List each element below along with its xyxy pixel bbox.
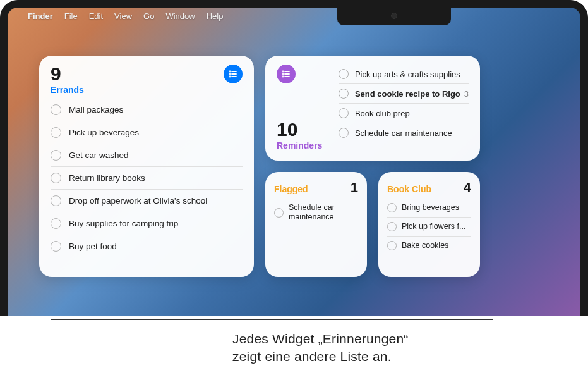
reminders-label: Reminders xyxy=(277,140,339,151)
list-item[interactable]: Mail packages xyxy=(51,99,243,121)
radio-icon[interactable] xyxy=(339,128,349,138)
list-item[interactable]: Get car washed xyxy=(51,144,243,166)
callout-bracket xyxy=(272,319,272,328)
flagged-list: Schedule car maintenance xyxy=(274,199,358,226)
menubar-app[interactable]: Finder xyxy=(28,11,53,21)
caption-line: zeigt eine andere Liste an. xyxy=(232,348,409,366)
errands-label: Errands xyxy=(51,85,84,95)
radio-icon[interactable] xyxy=(51,241,61,252)
widget-header: 9 Errands xyxy=(51,65,243,95)
item-count-badge: 3 xyxy=(464,89,469,99)
radio-icon[interactable] xyxy=(339,69,349,79)
widget-flagged[interactable]: Flagged 1 Schedule car maintenance xyxy=(265,172,367,277)
list-item[interactable]: Book club prep xyxy=(339,103,469,123)
list-item[interactable]: Buy supplies for camping trip xyxy=(51,212,243,235)
caption-line: Jedes Widget „Erinnerungen“ xyxy=(232,330,409,348)
menu-help[interactable]: Help xyxy=(207,11,224,21)
list-item[interactable]: Pick up beverages xyxy=(51,121,243,144)
bookclub-count: 4 xyxy=(464,180,471,196)
radio-icon[interactable] xyxy=(51,150,61,161)
list-item[interactable]: Pick up flowers f... xyxy=(387,217,471,236)
svg-point-0 xyxy=(230,71,231,72)
radio-icon[interactable] xyxy=(339,108,349,118)
notch xyxy=(337,8,451,25)
svg-point-8 xyxy=(283,74,284,75)
device-frame: Finder File Edit View Go Window Help 9 E… xyxy=(0,0,588,316)
flagged-count: 1 xyxy=(351,180,358,196)
radio-icon[interactable] xyxy=(51,104,61,115)
svg-point-2 xyxy=(230,74,231,75)
list-item[interactable]: Bake cookies xyxy=(387,236,471,255)
radio-icon[interactable] xyxy=(51,127,61,138)
list-item[interactable]: Bring beverages xyxy=(387,199,471,217)
list-item[interactable]: Schedule car maintenance xyxy=(274,199,358,226)
list-icon xyxy=(224,65,243,83)
widget-errands[interactable]: 9 Errands Mail packages Pick up beverage… xyxy=(39,56,254,277)
radio-icon[interactable] xyxy=(387,241,397,250)
menubar: Finder File Edit View Go Window Help xyxy=(8,8,580,24)
flagged-label: Flagged xyxy=(274,184,308,194)
caption: Jedes Widget „Erinnerungen“ zeigt eine a… xyxy=(232,330,409,366)
list-item[interactable]: Pick up arts & crafts supplies xyxy=(339,65,469,83)
list-item[interactable]: Schedule car maintenance xyxy=(339,123,469,142)
radio-icon[interactable] xyxy=(387,222,397,231)
menu-go[interactable]: Go xyxy=(143,11,154,21)
widget-bookclub[interactable]: Book Club 4 Bring beverages Pick up flow… xyxy=(378,172,480,277)
reminders-list: Pick up arts & crafts supplies Send cook… xyxy=(339,65,469,154)
errands-list: Mail packages Pick up beverages Get car … xyxy=(51,99,243,257)
menu-edit[interactable]: Edit xyxy=(89,11,103,21)
callout-bracket xyxy=(493,313,493,319)
desktop: 9 Errands Mail packages Pick up beverage… xyxy=(8,24,580,316)
svg-point-6 xyxy=(283,71,284,72)
errands-count: 9 xyxy=(51,65,84,83)
widget-reminders[interactable]: 10 Reminders Pick up arts & crafts suppl… xyxy=(265,56,480,161)
radio-icon[interactable] xyxy=(51,218,61,229)
list-item[interactable]: Buy pet food xyxy=(51,235,243,257)
callout-bracket xyxy=(51,313,51,319)
small-widget-row: Flagged 1 Schedule car maintenance Book … xyxy=(265,172,480,277)
menu-view[interactable]: View xyxy=(114,11,132,21)
list-icon xyxy=(277,65,296,83)
radio-icon[interactable] xyxy=(274,208,284,218)
camera-dot xyxy=(391,13,397,19)
bookclub-list: Bring beverages Pick up flowers f... Bak… xyxy=(387,199,471,255)
list-item[interactable]: Drop off paperwork at Olivia's school xyxy=(51,189,243,212)
svg-point-4 xyxy=(230,77,231,77)
radio-icon[interactable] xyxy=(387,203,397,212)
reminders-count: 10 xyxy=(277,120,339,139)
list-item[interactable]: Return library books xyxy=(51,166,243,189)
svg-point-10 xyxy=(283,77,284,77)
bookclub-label: Book Club xyxy=(387,184,431,194)
radio-icon[interactable] xyxy=(339,89,349,99)
list-item[interactable]: Send cookie recipe to Rigo3 xyxy=(339,83,469,103)
menu-window[interactable]: Window xyxy=(165,11,195,21)
radio-icon[interactable] xyxy=(51,173,61,183)
radio-icon[interactable] xyxy=(51,195,61,206)
menu-file[interactable]: File xyxy=(64,11,78,21)
widget-grid: 9 Errands Mail packages Pick up beverage… xyxy=(39,56,549,277)
